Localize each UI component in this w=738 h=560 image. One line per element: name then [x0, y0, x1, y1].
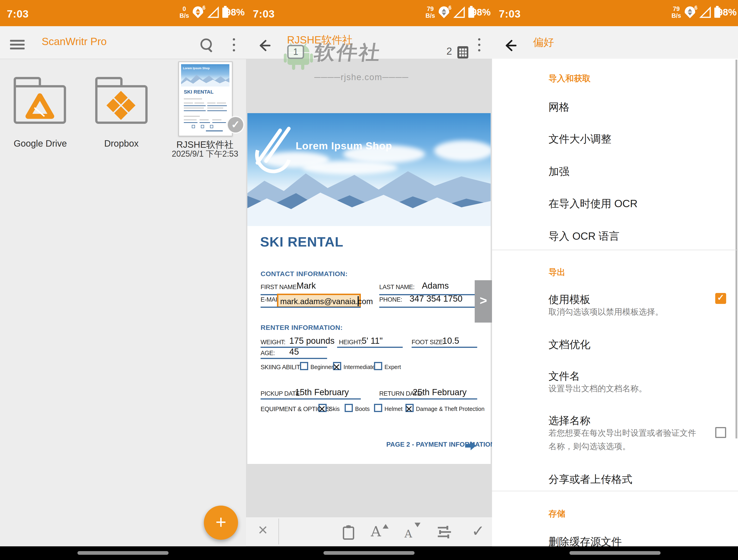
- watermark-site: ────rjshe.com────: [314, 72, 409, 82]
- age-value[interactable]: 45: [289, 347, 299, 357]
- hamburger-menu-icon[interactable]: [10, 40, 25, 49]
- editor-toolbar: × A A ✓: [246, 517, 492, 546]
- cancel-button[interactable]: ×: [254, 520, 272, 539]
- status-bar: 7:03 79B/s 6 98%: [246, 0, 492, 26]
- confirm-button[interactable]: ✓: [468, 517, 488, 546]
- next-page-chevron[interactable]: >: [475, 280, 492, 323]
- checkbox-helmet[interactable]: [374, 404, 382, 412]
- add-document-fab[interactable]: +: [204, 506, 238, 540]
- pref-item-grid[interactable]: 网格: [548, 100, 570, 114]
- preferences-title: 偏好: [533, 35, 554, 49]
- gesture-pill[interactable]: [570, 551, 661, 555]
- page-grid-icon[interactable]: [457, 46, 468, 58]
- gesture-nav-bar: [0, 546, 246, 560]
- editor-screen: Lorem Ipsum Shop SKI RENTAL CONTACT INFO…: [246, 0, 492, 560]
- checkbox-damage-protection[interactable]: [405, 404, 414, 412]
- pref-item-enhance[interactable]: 加强: [548, 164, 570, 179]
- pref-item-ocr-language[interactable]: 导入 OCR 语言: [548, 229, 620, 243]
- pref-item-ocr-on-import[interactable]: 在导入时使用 OCR: [548, 197, 638, 211]
- overflow-menu-icon[interactable]: [478, 38, 480, 53]
- skiing-ability-label: SKIING ABILITY:: [261, 364, 306, 371]
- pref-sub-use-template: 取消勾选该项以禁用模板选择。: [548, 307, 663, 318]
- page2-arrow-icon[interactable]: [465, 441, 476, 450]
- pickup-date-value[interactable]: 15th February: [295, 388, 349, 397]
- section-divider: [492, 250, 738, 250]
- section-storage-header: 存储: [548, 508, 566, 520]
- folder-dropbox[interactable]: [95, 77, 147, 125]
- item-label-google-drive: Google Drive: [14, 138, 66, 149]
- height-value[interactable]: 5' 11": [362, 336, 383, 346]
- foot-size-value[interactable]: 10.5: [442, 336, 459, 346]
- folder-google-drive[interactable]: [14, 77, 66, 125]
- phone-value[interactable]: 347 354 1750: [410, 294, 462, 304]
- back-arrow-icon[interactable]: [258, 39, 271, 52]
- pref-item-file-size[interactable]: 文件大小调整: [548, 132, 611, 146]
- app-bar: ScanWritr Pro: [0, 26, 246, 59]
- pref-item-choose-name[interactable]: 选择名称: [548, 414, 591, 428]
- gesture-nav-bar: [492, 546, 738, 560]
- section-export-header: 导出: [548, 266, 566, 278]
- search-icon[interactable]: [200, 38, 214, 52]
- watermark-text: 软件社: [313, 39, 383, 65]
- back-arrow-icon[interactable]: [504, 39, 517, 52]
- document-title: SKI RENTAL: [260, 234, 344, 250]
- text-cursor: [358, 296, 359, 306]
- battery-percent: 98%: [718, 7, 737, 18]
- intermediate-label: Intermediate: [344, 364, 375, 370]
- first-name-label: FIRST NAME:: [261, 284, 298, 291]
- gesture-pill[interactable]: [77, 551, 168, 555]
- last-name-value[interactable]: Adams: [422, 281, 449, 291]
- vpn-icon: 6: [439, 6, 450, 20]
- battery-percent: 98%: [226, 7, 245, 18]
- pref-item-filename[interactable]: 文件名: [548, 369, 580, 383]
- checkbox-boots[interactable]: [345, 404, 353, 412]
- damage-protection-label: Damage & Theft Protection: [416, 406, 484, 412]
- adjust-settings-button[interactable]: [437, 517, 451, 546]
- return-date-value[interactable]: 25th February: [413, 388, 467, 397]
- age-label: AGE:: [261, 350, 275, 357]
- skis-label: Skis: [329, 406, 340, 412]
- pref-item-doc-optimize[interactable]: 文档优化: [548, 338, 591, 352]
- first-name-value[interactable]: Mark: [297, 281, 316, 291]
- pref-item-share-format[interactable]: 分享或者上传格式: [548, 472, 632, 487]
- pref-sub-choose-name-1: 若您想要在每次导出时设置或者验证文件: [548, 428, 696, 439]
- checkbox-expert[interactable]: [374, 362, 382, 370]
- phone-label: PHONE:: [379, 296, 402, 303]
- document-photo-header: Lorem Ipsum Shop: [247, 113, 491, 226]
- email-input-active[interactable]: mark.adams@vanaia.com: [277, 294, 361, 308]
- library-screen: 7:03 0B/s 6 98% ScanWritr Pro: [0, 0, 246, 560]
- expert-label: Expert: [384, 364, 401, 370]
- helmet-label: Helmet: [384, 406, 402, 412]
- clock: 7:03: [499, 8, 521, 20]
- thumbnail-photo: Lorem Ipsum Shop: [181, 64, 229, 86]
- app-bar: 偏好: [492, 26, 738, 59]
- vpn-icon: 6: [193, 6, 205, 20]
- checkbox-beginner[interactable]: [300, 362, 308, 370]
- shop-name: Lorem Ipsum Shop: [296, 140, 392, 152]
- status-bar: 7:03 79B/s 6 98%: [492, 0, 738, 26]
- gesture-pill[interactable]: [323, 551, 415, 555]
- weight-value[interactable]: 175 pounds: [289, 336, 335, 346]
- section-import-header: 导入和获取: [548, 73, 591, 84]
- status-bar: 7:03 0B/s 6 98%: [0, 0, 246, 26]
- scrollbar[interactable]: [735, 60, 737, 439]
- overflow-menu-icon[interactable]: [233, 38, 235, 53]
- checkbox-skis[interactable]: [318, 404, 327, 412]
- network-rate: 79B/s: [425, 5, 435, 19]
- checkbox-choose-name[interactable]: [715, 427, 726, 438]
- composite-screenshot: 7:03 0B/s 6 98% ScanWritr Pro: [0, 0, 738, 560]
- app-title: ScanWritr Pro: [42, 35, 107, 48]
- checkbox-intermediate[interactable]: [333, 362, 341, 370]
- height-label: HEIGHT:: [339, 339, 362, 346]
- page-count: 2: [446, 46, 452, 57]
- battery-percent: 98%: [471, 7, 491, 18]
- pref-sub-filename: 设置导出文档的文档名称。: [548, 383, 647, 394]
- pref-item-use-template[interactable]: 使用模板: [548, 293, 591, 307]
- network-rate: 0B/s: [179, 5, 189, 19]
- item-label-dropbox: Dropbox: [95, 138, 147, 149]
- paste-clipboard-button[interactable]: [342, 517, 356, 546]
- document-thumbnail[interactable]: Lorem Ipsum Shop SKI RENTAL: [178, 61, 233, 136]
- checkbox-use-template[interactable]: [715, 293, 726, 304]
- network-rate: 79B/s: [672, 5, 681, 19]
- gesture-nav-bar: [246, 546, 492, 560]
